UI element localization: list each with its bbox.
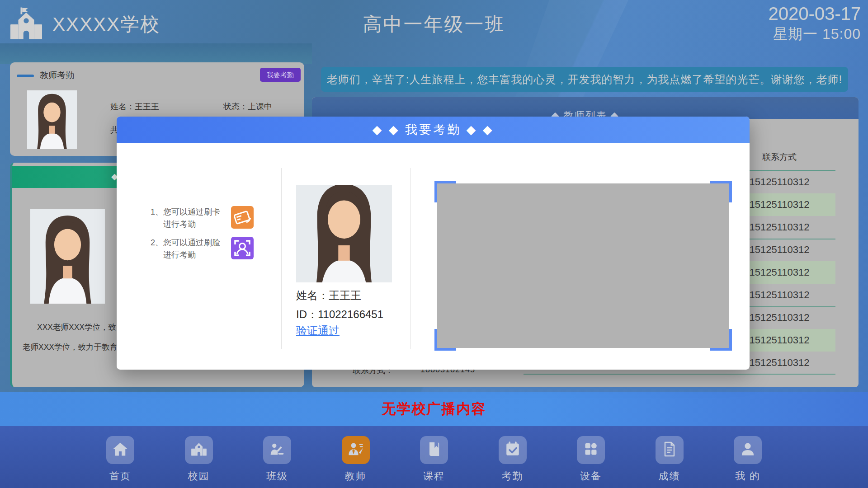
course-icon [425, 440, 443, 460]
nav-item-label: 首页 [109, 469, 131, 483]
modal-id-row: ID：11022166451 [296, 307, 383, 322]
status-label: 状态： [223, 102, 248, 111]
table-bottom-line [524, 374, 835, 375]
header-weekday-time: 星期一 15:00 [773, 24, 861, 44]
nav-item-home[interactable]: 首页 [90, 436, 150, 483]
score-icon [660, 440, 679, 460]
instruction-text: 您可以通过刷卡 进行考勤 [163, 206, 223, 230]
nav-item-teacher[interactable]: 教师 [326, 436, 386, 483]
modal-divider-left [281, 168, 282, 349]
modal-divider-right [410, 168, 411, 349]
device-icon [582, 440, 600, 460]
home-icon [111, 440, 129, 460]
check-in-button[interactable]: 我要考勤 [260, 68, 301, 82]
modal-teacher-photo [296, 185, 392, 282]
class-name-title: 高中一年级一班 [0, 12, 868, 37]
profile-icon [739, 440, 757, 460]
instruction-number: 1、 [151, 206, 163, 218]
teacher-icon [347, 440, 365, 460]
card-swipe-icon [231, 206, 254, 229]
nav-item-label: 成绩 [659, 469, 680, 483]
motto-banner: 老师们，辛苦了:人生旅程上，您丰富我的心灵，开发我的智力，为我点燃了希望的光芒。… [321, 67, 848, 92]
profile-bio-line1: XXX老师XXX学位，致 [37, 322, 116, 333]
camera-bracket-bottom-right [710, 329, 732, 351]
title-dash-decoration [17, 75, 34, 77]
broadcast-bar: 无学校广播内容 [0, 392, 868, 426]
attendance-icon [504, 440, 522, 460]
teacher-name-row: 姓名：王王王 [110, 101, 159, 112]
instruction-item-2: 2、 您可以通过刷脸 进行考勤 [151, 237, 286, 261]
nav-item-label: 校园 [188, 469, 210, 483]
nav-item-label: 教师 [345, 469, 367, 483]
panel-title: 教师考勤 [40, 70, 74, 81]
instruction-number: 2、 [151, 237, 163, 249]
attendance-modal: ◆ ◆ 我要考勤 ◆ ◆ 1、 您可以通过刷卡 进行考勤 2、 [117, 117, 750, 370]
app-screen: XXXXX学校 高中一年级一班 2020-03-17 星期一 15:00 教师考… [0, 0, 868, 488]
status-value: 上课中 [248, 102, 272, 111]
broadcast-text: 无学校广播内容 [0, 392, 868, 426]
bg-top-band [0, 43, 312, 64]
class-icon [268, 440, 286, 460]
camera-bracket-top-right [710, 181, 732, 202]
nav-item-label: 考勤 [502, 469, 524, 483]
camera-viewport [437, 183, 729, 348]
face-scan-icon [231, 237, 254, 259]
campus-icon [190, 440, 208, 460]
nav-item-profile[interactable]: 我 的 [718, 436, 778, 483]
nav-item-attendance[interactable]: 考勤 [483, 436, 542, 483]
nav-item-label: 班级 [266, 469, 288, 483]
nav-item-campus[interactable]: 校园 [169, 436, 229, 483]
teacher-photo [27, 90, 77, 149]
profile-photo [30, 209, 105, 304]
profile-bio-line2: 老师XXX学位，致力于教育 [23, 342, 118, 352]
teacher-status-row: 状态：上课中 [223, 101, 272, 112]
modal-header: ◆ ◆ 我要考勤 ◆ ◆ [117, 117, 750, 143]
nav-item-score[interactable]: 成绩 [640, 436, 699, 483]
name-label: 姓名： [110, 102, 135, 111]
nav-item-label: 课程 [423, 469, 445, 483]
motto-text: 老师们，辛苦了:人生旅程上，您丰富我的心灵，开发我的智力，为我点燃了希望的光芒。… [321, 67, 848, 92]
nav-item-device[interactable]: 设备 [561, 436, 621, 483]
instruction-text: 您可以通过刷脸 进行考勤 [163, 237, 223, 261]
header-date: 2020-03-17 [768, 4, 861, 24]
verify-status-link[interactable]: 验证通过 [296, 324, 340, 338]
bottom-nav: 首页 校园 班级 教师 课程 考勤 设备 成绩 我 的 [0, 426, 868, 488]
instruction-item-1: 1、 您可以通过刷卡 进行考勤 [151, 206, 286, 230]
modal-title: ◆ ◆ 我要考勤 ◆ ◆ [117, 117, 750, 143]
camera-bracket-top-left [434, 181, 456, 202]
nav-item-label: 我 的 [735, 469, 760, 483]
nav-item-class[interactable]: 班级 [247, 436, 307, 483]
teacher-list-header: ◆ 教师列表 ◆ [312, 97, 859, 119]
modal-name-row: 姓名：王王王 [296, 288, 361, 303]
name-value: 王王王 [135, 102, 159, 111]
camera-bracket-bottom-left [434, 329, 456, 351]
nav-item-label: 设备 [580, 469, 602, 483]
nav-item-course[interactable]: 课程 [404, 436, 464, 483]
